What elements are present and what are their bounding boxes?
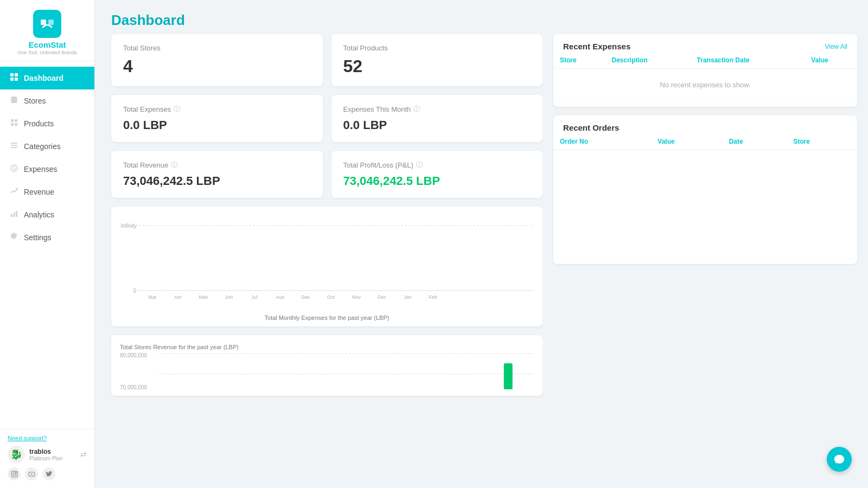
svg-text:0: 0 [133,288,136,294]
view-all-expenses[interactable]: View All [825,43,847,50]
dashboard-right: Recent Expenses View All Store Descripti… [542,34,868,488]
col-date: Date [723,132,787,150]
dashboard-icon [10,73,18,84]
profit-loss-info-icon[interactable]: ⓘ [416,160,423,170]
recent-orders-table: Order No Value Date Store [553,132,857,264]
twitter-icon[interactable] [42,467,55,480]
recent-expenses-card: Recent Expenses View All Store Descripti… [553,34,857,107]
nav-item-revenue[interactable]: Revenue [0,181,94,203]
svg-text:Jul: Jul [251,294,258,299]
total-revenue-info-icon[interactable]: ⓘ [171,160,177,170]
sidebar: EcomStat One Tool, Unlimited Brands Dash… [0,0,95,488]
app-tagline: One Tool, Unlimited Brands [9,50,86,55]
svg-rect-4 [10,78,14,81]
chat-button[interactable] [827,447,852,472]
svg-rect-41 [504,363,513,389]
svg-point-20 [12,472,15,475]
svg-rect-12 [11,145,17,146]
total-stores-value: 4 [123,56,311,76]
svg-rect-17 [14,213,15,217]
svg-text:Dec: Dec [378,294,387,299]
nav-item-products[interactable]: Products [0,112,94,135]
nav-item-stores[interactable]: Stores [0,89,94,112]
products-icon [10,118,18,129]
main: Dashboard Total Stores 4 Total Products … [95,0,868,488]
nav-label-stores: Stores [24,97,46,105]
svg-text:Apr: Apr [174,294,182,299]
svg-point-21 [15,472,16,472]
svg-text:Oct: Oct [327,294,335,299]
nav-item-expenses[interactable]: $ Expenses [0,158,94,181]
svg-text:Aug: Aug [276,294,284,299]
nav-label-dashboard: Dashboard [24,74,63,82]
nav-item-dashboard[interactable]: Dashboard [0,67,94,89]
total-expenses-info-icon[interactable]: ⓘ [174,105,180,114]
expenses-month-card: Expenses This Month ⓘ 0.0 LBP [331,95,543,142]
revenue-y-label-top: 80,000,000 [120,352,156,358]
recent-expenses-header: Recent Expenses View All [553,34,857,51]
expenses-month-info-icon[interactable]: ⓘ [413,105,420,114]
svg-rect-9 [11,123,14,126]
svg-text:Nov: Nov [352,294,361,299]
dashboard-left: Total Stores 4 Total Products 52 Total E… [95,34,542,488]
col-value: Value [805,51,857,69]
svg-rect-6 [13,100,15,103]
nav-label-categories: Categories [24,142,61,151]
page-title: Dashboard [111,12,852,29]
revenue-icon [10,187,18,197]
col-store: Store [553,51,605,69]
recent-expenses-title: Recent Expenses [563,42,630,51]
total-stores-card: Total Stores 4 [111,34,323,86]
svg-text:Feb: Feb [429,294,437,299]
nav-item-analytics[interactable]: Analytics [0,203,94,226]
nav-item-categories[interactable]: Categories [0,135,94,158]
total-expenses-label: Total Expenses ⓘ [123,105,311,114]
logo-area: EcomStat One Tool, Unlimited Brands [0,0,94,61]
nav-label-settings: Settings [24,233,52,242]
nav-item-settings[interactable]: Settings [0,226,94,249]
youtube-icon[interactable] [25,467,38,480]
expenses-chart-title: Total Monthly Expenses for the past year… [120,314,534,321]
total-products-card: Total Products 52 [331,34,543,86]
expenses-chart-container: Infinity 0 Mar Apr May Jun Jul [111,207,542,326]
svg-rect-8 [15,119,17,122]
svg-rect-10 [15,123,17,126]
analytics-icon [10,209,18,220]
svg-text:Jun: Jun [225,294,233,299]
total-revenue-card: Total Revenue ⓘ 73,046,242.5 LBP [111,151,323,198]
sidebar-bottom: Need support? 🐉 trablos Platinum Plan ⇄ [0,429,94,488]
recent-orders-header: Recent Orders [553,115,857,132]
svg-text:$: $ [12,165,16,171]
col-order-store: Store [787,132,857,150]
total-expenses-card: Total Expenses ⓘ 0.0 LBP [111,95,323,142]
nav-label-products: Products [24,119,54,128]
svg-rect-19 [11,471,17,477]
total-stores-label: Total Stores [123,44,311,52]
col-transaction-date: Transaction Date [691,51,805,69]
recent-orders-card: Recent Orders Order No Value Date Store [553,115,857,264]
recent-orders-title: Recent Orders [563,123,619,132]
total-revenue-value: 73,046,242.5 LBP [123,174,311,188]
categories-icon [10,141,18,152]
total-products-label: Total Products [343,44,531,52]
svg-text:Mar: Mar [148,294,157,299]
col-order-value: Value [651,132,722,150]
support-link[interactable]: Need support? [8,435,87,441]
total-revenue-label: Total Revenue ⓘ [123,160,311,170]
instagram-icon[interactable] [8,467,21,480]
social-icons [8,467,87,480]
stores-icon [10,95,18,106]
revenue-chart-title: Total Stores Revenue for the past year (… [120,344,534,350]
no-expenses-message: No recent expenses to show. [553,69,857,101]
expenses-month-label: Expenses This Month ⓘ [343,105,531,114]
expenses-month-value: 0.0 LBP [343,118,531,132]
nav-label-revenue: Revenue [24,188,54,196]
revenue-chart-area: 80,000,000 70,000,000 [120,352,534,390]
user-action-icon[interactable]: ⇄ [80,450,87,459]
col-description: Description [605,51,690,69]
profit-loss-card: Total Profit/Loss (P&L) ⓘ 73,046,242.5 L… [331,151,543,198]
profit-loss-value: 73,046,242.5 LBP [343,174,531,188]
content-area: Total Stores 4 Total Products 52 Total E… [95,34,868,488]
svg-text:May: May [199,294,208,299]
logo-icon [33,10,61,38]
